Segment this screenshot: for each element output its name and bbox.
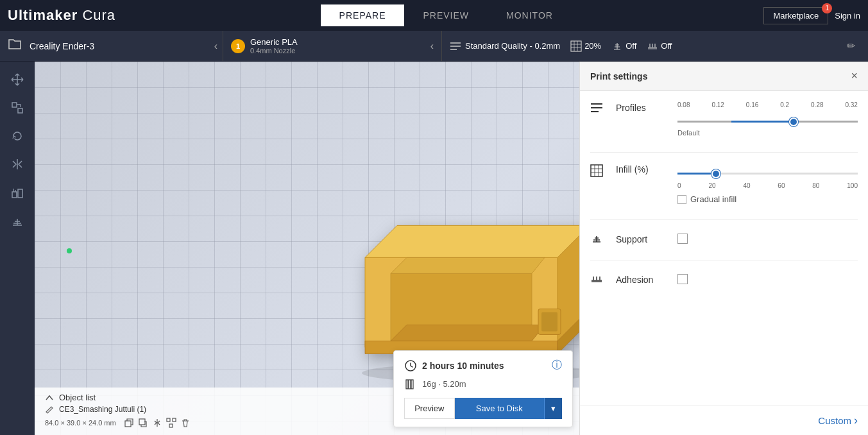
divider-1 (590, 152, 858, 153)
estimate-time-row: 2 hours 10 minutes ⓘ (404, 359, 562, 372)
support-row: Support (590, 230, 858, 247)
infill-section: Infill (%) 0 20 40 60 80 100 (590, 163, 858, 204)
sidebar-support-icon[interactable] (4, 208, 30, 234)
material-info: Generic PLA 0.4mm Nozzle (250, 37, 425, 55)
printer-name: Creality Ender-3 (30, 41, 209, 51)
clock-icon (404, 359, 417, 372)
print-settings-panel: Print settings × Profiles 0.08 0.12 0.16 (579, 62, 868, 435)
estimate-time-label: 2 hours 10 minutes (422, 361, 547, 371)
infill-label: Infill (%) (616, 163, 667, 175)
infill-row: Infill (%) 0 20 40 60 80 100 (590, 163, 858, 204)
object-list-label: Object list (59, 393, 96, 402)
material-nozzle: 0.4mm Nozzle (250, 47, 425, 55)
pencil-icon (45, 405, 54, 414)
filament-info: 16g · 5.20m (422, 379, 466, 389)
support-checkbox[interactable] (677, 234, 688, 244)
material-badge: 1 (231, 39, 245, 53)
preview-button[interactable]: Preview (404, 398, 455, 419)
estimate-panel: 2 hours 10 minutes ⓘ 16g · 5.20m Preview… (393, 350, 573, 427)
tab-monitor[interactable]: MONITOR (488, 4, 572, 26)
adhesion-ps-label: Adhesion (616, 273, 667, 285)
svg-rect-2 (18, 108, 22, 113)
print-settings-footer: Custom › (580, 405, 868, 435)
sidebar-move-icon[interactable] (4, 67, 30, 92)
marketplace-badge: 1 (822, 3, 832, 13)
filament-icon (404, 377, 417, 390)
svg-rect-12 (169, 424, 173, 427)
infill-chip[interactable]: 20% (570, 40, 601, 52)
svg-rect-6 (541, 312, 557, 331)
printer-chevron[interactable]: ‹ (214, 40, 217, 52)
marketplace-button[interactable]: Marketplace (763, 7, 828, 24)
gradual-infill-row: Gradual infill (677, 194, 858, 204)
info-icon[interactable]: ⓘ (552, 359, 562, 372)
header-right: Marketplace 1 Sign in (763, 7, 860, 24)
signin-button[interactable]: Sign in (835, 11, 860, 21)
left-sidebar (0, 62, 35, 435)
divider-2 (590, 219, 858, 220)
app-logo: Ultimaker Cura (8, 7, 115, 24)
object-actions (124, 418, 191, 430)
quality-selector[interactable]: Standard Quality - 0.2mm (450, 41, 560, 51)
save-to-disk-button[interactable]: Save to Disk (455, 398, 544, 419)
custom-arrow-icon: › (854, 414, 858, 427)
svg-rect-1 (12, 103, 17, 107)
svg-rect-9 (139, 419, 145, 425)
custom-button[interactable]: Custom › (818, 414, 858, 427)
print-settings-header: Print settings × (580, 62, 868, 91)
sidebar-scale-icon[interactable] (4, 95, 30, 121)
object-delete-btn[interactable] (180, 418, 191, 430)
adhesion-ps-icon (590, 272, 606, 287)
adhesion-value: Off (661, 41, 672, 51)
save-actions-row: Preview Save to Disk ▾ (404, 398, 562, 419)
quality-markers: 0.08 0.12 0.16 0.2 0.28 0.32 (677, 101, 858, 108)
support-ps-icon (590, 232, 606, 247)
filament-row: 16g · 5.20m (404, 377, 562, 390)
support-chip[interactable]: Off (611, 40, 636, 52)
svg-rect-10 (167, 418, 170, 422)
sidebar-rotate-icon[interactable] (4, 123, 30, 149)
toolbar-printer-section: Creality Ender-3 ‹ (5, 31, 223, 61)
adhesion-checkbox[interactable] (677, 274, 688, 284)
toolbar-material-section: 1 Generic PLA 0.4mm Nozzle ‹ (223, 31, 442, 61)
sidebar-permodel-icon[interactable] (4, 180, 30, 205)
toolbar: Creality Ender-3 ‹ 1 Generic PLA 0.4mm N… (0, 31, 868, 62)
infill-icon (590, 164, 606, 180)
svg-rect-3 (12, 192, 17, 198)
object-copy-btn[interactable] (138, 418, 148, 430)
quality-default-label: Default (677, 129, 858, 137)
sidebar-mirror-icon[interactable] (4, 151, 30, 177)
print-settings-title: Print settings (590, 71, 647, 81)
quality-slider[interactable] (677, 121, 858, 123)
save-dropdown-button[interactable]: ▾ (544, 398, 562, 419)
support-value: Off (625, 41, 636, 51)
object-cube-btn[interactable] (124, 418, 134, 430)
gradual-infill-checkbox[interactable] (677, 195, 686, 204)
object-item-name: CE3_Smashing Juttuli (1) (59, 405, 146, 414)
infill-slider[interactable] (677, 173, 858, 175)
profiles-row: Profiles 0.08 0.12 0.16 0.2 0.28 0.32 (590, 101, 858, 137)
quality-label: Standard Quality - 0.2mm (465, 41, 560, 51)
svg-rect-17 (411, 380, 413, 389)
adhesion-chip[interactable]: Off (647, 40, 672, 52)
object-dimensions: 84.0 × 39.0 × 24.0 mm (45, 419, 116, 427)
edit-settings-button[interactable]: ✏ (847, 40, 855, 52)
object-group-btn[interactable] (166, 418, 176, 430)
infill-markers: 0 20 40 60 80 100 (677, 182, 858, 189)
folder-icon[interactable] (5, 36, 24, 56)
print-settings-close[interactable]: × (851, 69, 858, 83)
object-mirror-btn[interactable] (152, 418, 162, 430)
divider-3 (590, 260, 858, 260)
axis-indicator (67, 248, 72, 253)
infill-value: 20% (584, 41, 601, 51)
tab-preview[interactable]: PREVIEW (404, 4, 488, 26)
svg-rect-11 (173, 418, 176, 422)
svg-rect-0 (571, 41, 581, 51)
tab-prepare[interactable]: PREPARE (321, 4, 405, 26)
chevron-up-icon (45, 393, 54, 402)
svg-rect-16 (409, 380, 411, 389)
save-dropdown-icon: ▾ (551, 404, 556, 413)
adhesion-row: Adhesion (590, 271, 858, 287)
material-chevron[interactable]: ‹ (430, 40, 434, 52)
infill-control: 0 20 40 60 80 100 Gradual infill (677, 163, 858, 204)
